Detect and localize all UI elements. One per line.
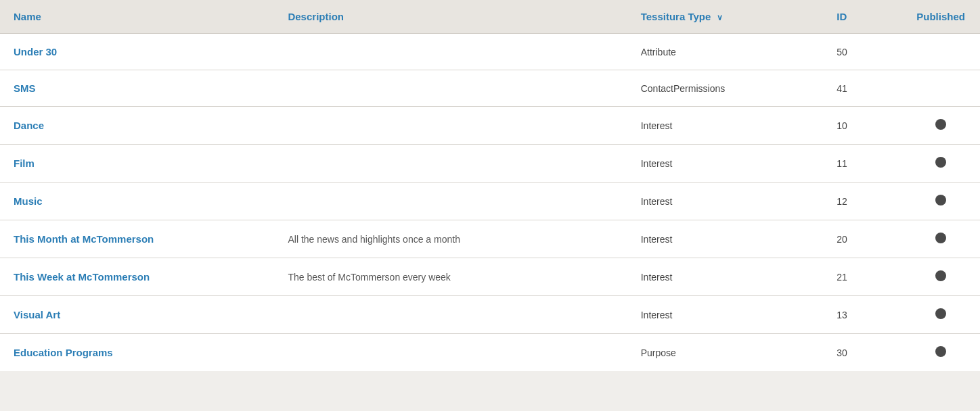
published-indicator (935, 346, 946, 357)
cell-description (274, 34, 627, 70)
cell-published (901, 107, 980, 145)
table-container: Name Description Tessitura Type ∨ ID Pub… (0, 0, 980, 371)
cell-id: 21 (823, 258, 901, 296)
table-row: Visual ArtInterest13 (0, 296, 980, 334)
cell-id: 20 (823, 220, 901, 258)
row-name-link[interactable]: SMS (14, 82, 36, 94)
table-row: Education ProgramsPurpose30 (0, 334, 980, 372)
cell-tessitura-type: Interest (627, 258, 824, 296)
cell-id: 50 (823, 34, 901, 70)
row-name-link[interactable]: Film (14, 158, 35, 169)
cell-description (274, 334, 627, 372)
published-indicator (935, 195, 946, 206)
table-row: SMSContactPermissions41 (0, 70, 980, 107)
cell-tessitura-type: Interest (627, 296, 824, 334)
cell-name: Under 30 (0, 34, 274, 70)
cell-published (901, 145, 980, 183)
cell-name: This Month at McTommerson (0, 220, 274, 258)
cell-published (901, 296, 980, 334)
cell-tessitura-type: Purpose (627, 334, 824, 372)
cell-tessitura-type: Interest (627, 220, 824, 258)
cell-id: 10 (823, 107, 901, 145)
column-header-name[interactable]: Name (0, 0, 274, 34)
data-table: Name Description Tessitura Type ∨ ID Pub… (0, 0, 980, 371)
cell-description: All the news and highlights once a month (274, 220, 627, 258)
column-header-description: Description (274, 0, 627, 34)
table-row: This Week at McTommersonThe best of McTo… (0, 258, 980, 296)
table-row: MusicInterest12 (0, 183, 980, 220)
row-name-link[interactable]: Education Programs (14, 347, 113, 358)
cell-id: 41 (823, 70, 901, 107)
sort-icon: ∨ (717, 13, 723, 22)
cell-name: Dance (0, 107, 274, 145)
cell-description (274, 107, 627, 145)
row-name-link[interactable]: This Month at McTommerson (14, 233, 154, 245)
published-indicator (935, 308, 946, 319)
cell-tessitura-type: Attribute (627, 34, 824, 70)
cell-id: 11 (823, 145, 901, 183)
cell-published (901, 183, 980, 220)
table-row: DanceInterest10 (0, 107, 980, 145)
cell-name: Film (0, 145, 274, 183)
cell-tessitura-type: ContactPermissions (627, 70, 824, 107)
cell-published (901, 220, 980, 258)
cell-id: 13 (823, 296, 901, 334)
cell-tessitura-type: Interest (627, 145, 824, 183)
cell-description (274, 296, 627, 334)
table-row: Under 30Attribute50 (0, 34, 980, 70)
cell-name: Visual Art (0, 296, 274, 334)
published-indicator (935, 270, 946, 281)
cell-name: Education Programs (0, 334, 274, 372)
row-name-link[interactable]: This Week at McTommerson (14, 271, 150, 283)
cell-published (901, 70, 980, 107)
cell-description (274, 145, 627, 183)
cell-published (901, 258, 980, 296)
row-name-link[interactable]: Music (14, 195, 43, 207)
row-name-link[interactable]: Visual Art (14, 309, 60, 320)
cell-name: Music (0, 183, 274, 220)
cell-name: SMS (0, 70, 274, 107)
cell-id: 30 (823, 334, 901, 372)
cell-name: This Week at McTommerson (0, 258, 274, 296)
cell-tessitura-type: Interest (627, 107, 824, 145)
cell-id: 12 (823, 183, 901, 220)
published-indicator (935, 119, 946, 130)
cell-published (901, 34, 980, 70)
cell-description: The best of McTommerson every week (274, 258, 627, 296)
cell-description (274, 70, 627, 107)
cell-tessitura-type: Interest (627, 183, 824, 220)
row-name-link[interactable]: Dance (14, 120, 44, 131)
cell-description (274, 183, 627, 220)
column-header-tessitura-type[interactable]: Tessitura Type ∨ (627, 0, 824, 34)
column-header-id: ID (823, 0, 901, 34)
row-name-link[interactable]: Under 30 (14, 46, 57, 57)
published-indicator (935, 157, 946, 168)
table-row: FilmInterest11 (0, 145, 980, 183)
published-indicator (935, 233, 946, 243)
table-header-row: Name Description Tessitura Type ∨ ID Pub… (0, 0, 980, 34)
cell-published (901, 334, 980, 372)
table-row: This Month at McTommersonAll the news an… (0, 220, 980, 258)
column-header-published: Published (901, 0, 980, 34)
